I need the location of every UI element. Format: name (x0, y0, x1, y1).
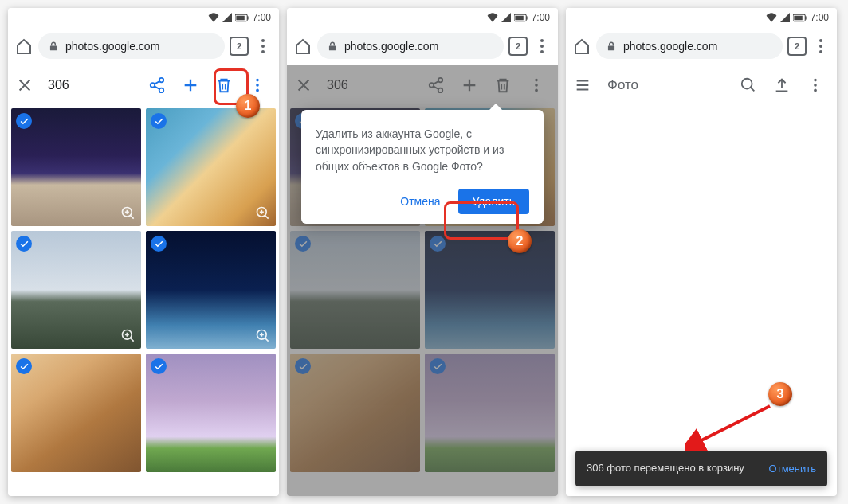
svg-point-29 (535, 89, 538, 92)
svg-point-25 (430, 83, 434, 88)
hamburger-menu-icon[interactable] (574, 76, 591, 94)
more-vertical-icon (249, 76, 266, 94)
trash-icon (494, 76, 512, 94)
home-icon[interactable] (14, 37, 33, 56)
dialog-buttons: Отмена Удалить (316, 189, 529, 214)
lock-icon (48, 41, 59, 52)
status-bar: 7:00 (566, 8, 837, 27)
svg-rect-19 (515, 15, 523, 20)
tab-counter[interactable]: 2 (230, 37, 249, 56)
svg-point-6 (261, 50, 265, 53)
annotation-arrow (685, 403, 773, 451)
check-badge (295, 358, 311, 374)
photo-thumb[interactable] (146, 231, 276, 349)
dialog-text: Удалить из аккаунта Google, с синхронизи… (316, 126, 529, 174)
plus-icon (461, 76, 478, 94)
more-vertical-icon (807, 76, 824, 94)
status-time: 7:00 (811, 12, 829, 23)
more-button[interactable] (244, 72, 271, 99)
delete-button (489, 72, 516, 99)
close-icon[interactable] (16, 76, 33, 94)
more-button[interactable] (802, 72, 829, 99)
svg-point-23 (540, 50, 544, 53)
upload-button[interactable] (768, 72, 795, 99)
check-badge (16, 358, 32, 374)
zoom-icon (255, 205, 271, 221)
more-vertical-icon (528, 76, 545, 94)
search-button[interactable] (735, 72, 762, 99)
snackbar-undo-button[interactable]: Отменить (769, 463, 816, 475)
check-badge (430, 358, 446, 374)
browser-bar: photos.google.com 2 (566, 27, 837, 65)
browser-menu-icon[interactable] (253, 37, 273, 56)
svg-point-8 (151, 83, 155, 88)
home-icon[interactable] (293, 37, 312, 56)
svg-point-39 (814, 84, 817, 87)
cancel-button[interactable]: Отмена (392, 189, 448, 214)
svg-point-5 (261, 45, 265, 48)
close-icon (295, 76, 312, 94)
share-button (422, 72, 450, 99)
svg-point-40 (814, 89, 817, 92)
status-time: 7:00 (532, 12, 550, 23)
phone-screen-3: 7:00 photos.google.com 2 Фото 306 фото п… (566, 8, 837, 496)
app-bar: Фото (566, 65, 837, 105)
browser-menu-icon[interactable] (532, 37, 552, 56)
svg-point-37 (742, 79, 752, 89)
wifi-icon (766, 13, 777, 22)
svg-rect-3 (50, 45, 57, 50)
confirm-delete-button[interactable]: Удалить (458, 189, 529, 214)
share-button[interactable] (143, 72, 171, 99)
svg-point-26 (438, 88, 443, 93)
photo-thumb[interactable] (11, 108, 141, 226)
url-box[interactable]: photos.google.com (317, 33, 504, 59)
browser-bar: photos.google.com 2 (287, 27, 558, 65)
zoom-icon (255, 328, 271, 344)
phone-screen-2: 7:00 photos.google.com 2 306 Удалить из … (287, 8, 558, 496)
photo-thumb[interactable] (146, 354, 276, 471)
check-badge (16, 236, 32, 252)
page-title: Фото (598, 77, 728, 93)
check-badge (151, 236, 167, 252)
url-box[interactable]: photos.google.com (596, 33, 783, 59)
url-text: photos.google.com (344, 40, 438, 53)
svg-rect-20 (329, 45, 336, 50)
check-badge (295, 236, 311, 252)
svg-point-4 (261, 39, 265, 42)
photo-thumb[interactable] (11, 231, 141, 349)
snackbar: 306 фото перемещено в корзину Отменить (575, 451, 827, 486)
tab-counter[interactable]: 2 (787, 37, 807, 56)
photo-thumb (425, 231, 555, 349)
add-button[interactable] (177, 72, 204, 99)
browser-menu-icon[interactable] (811, 37, 830, 56)
signal-icon (501, 13, 511, 22)
status-time: 7:00 (253, 12, 271, 23)
url-box[interactable]: photos.google.com (38, 33, 225, 59)
battery-icon (235, 14, 249, 22)
tab-counter[interactable]: 2 (508, 37, 528, 56)
check-badge (16, 113, 32, 129)
wifi-icon (208, 13, 219, 22)
search-icon (740, 76, 757, 94)
zoom-icon (120, 205, 136, 221)
lock-icon (327, 41, 338, 52)
home-icon[interactable] (572, 37, 591, 56)
delete-confirm-dialog: Удалить из аккаунта Google, с синхронизи… (301, 110, 544, 224)
status-bar: 7:00 (287, 8, 558, 27)
svg-point-34 (819, 39, 822, 42)
more-button (523, 72, 550, 99)
plus-icon (182, 76, 199, 94)
delete-button[interactable] (210, 72, 238, 99)
svg-rect-18 (526, 16, 527, 19)
phone-screen-1: 7:00 photos.google.com 2 306 1 (8, 8, 279, 496)
lock-icon (606, 41, 617, 52)
photo-thumb[interactable] (146, 108, 276, 226)
battery-icon (514, 14, 528, 22)
photo-thumb (425, 354, 555, 471)
photo-thumb[interactable] (11, 354, 141, 471)
check-badge (430, 236, 446, 252)
browser-bar: photos.google.com 2 (8, 27, 279, 65)
svg-point-36 (819, 50, 822, 53)
battery-icon (793, 14, 807, 22)
add-button (456, 72, 483, 99)
